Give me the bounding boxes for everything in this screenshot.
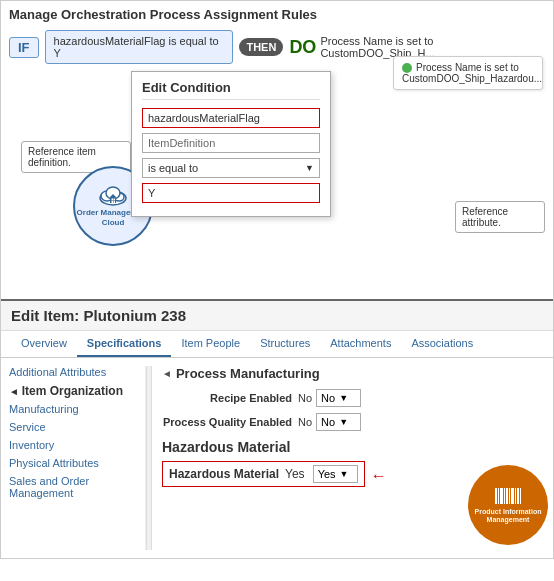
recipe-chevron-down-icon: ▼ (339, 393, 348, 403)
svg-rect-12 (500, 488, 503, 504)
svg-rect-17 (515, 488, 516, 504)
recipe-select[interactable]: No ▼ (316, 389, 361, 407)
bottom-section: Edit Item: Plutonium 238 Overview Specif… (1, 301, 553, 558)
svg-rect-13 (504, 488, 505, 504)
sidebar-section-item-org: Item Organization (9, 384, 137, 398)
item-title: Edit Item: Plutonium 238 (11, 307, 186, 324)
recipe-enabled-row: Recipe Enabled No No ▼ (162, 389, 543, 407)
top-section: Manage Orchestration Process Assignment … (1, 1, 553, 301)
hazardous-value: Yes (285, 467, 305, 481)
quality-label: Process Quality Enabled (162, 416, 292, 428)
tab-structures[interactable]: Structures (250, 331, 320, 357)
quality-chevron-down-icon: ▼ (339, 417, 348, 427)
process-name-callout: Process Name is set to CustomDOO_Ship_Ha… (393, 56, 543, 90)
main-container: Manage Orchestration Process Assignment … (0, 0, 554, 559)
svg-rect-10 (495, 488, 497, 504)
svg-rect-19 (520, 488, 521, 504)
ref-attribute-callout: Reference attribute. (455, 201, 545, 233)
svg-rect-8 (114, 201, 116, 204)
svg-rect-18 (517, 488, 519, 504)
quality-value: No (298, 416, 312, 428)
if-badge: IF (9, 37, 39, 58)
svg-rect-5 (112, 199, 114, 201)
hazardous-select[interactable]: Yes ▼ (313, 465, 358, 483)
condition-field4[interactable]: Y (142, 183, 320, 203)
edit-condition-modal: Edit Condition hazardousMaterialFlag Ite… (131, 71, 331, 217)
condition-field2: ItemDefinition (142, 133, 320, 153)
sidebar-link-sales-order[interactable]: Sales and Order Management (9, 475, 137, 499)
page-title: Manage Orchestration Process Assignment … (9, 7, 545, 22)
svg-rect-16 (511, 488, 514, 504)
pim-label: Product Information Management (468, 508, 548, 525)
sidebar-link-physical-attributes[interactable]: Physical Attributes (9, 457, 137, 469)
item-title-bar: Edit Item: Plutonium 238 (1, 301, 553, 331)
then-badge: THEN (239, 38, 283, 56)
tab-associations[interactable]: Associations (401, 331, 483, 357)
tab-overview[interactable]: Overview (11, 331, 77, 357)
svg-rect-6 (114, 199, 116, 201)
chevron-down-icon: ▼ (305, 163, 314, 173)
sidebar-link-manufacturing[interactable]: Manufacturing (9, 403, 137, 415)
tab-item-people[interactable]: Item People (171, 331, 250, 357)
recipe-value: No (298, 392, 312, 404)
condition-field3[interactable]: is equal to ▼ (142, 158, 320, 178)
hazardous-field-box: Hazardous Material Yes Yes ▼ (162, 461, 365, 487)
svg-rect-7 (112, 201, 114, 204)
sidebar-link-service[interactable]: Service (9, 421, 137, 433)
condition-field1[interactable]: hazardousMaterialFlag (142, 108, 320, 128)
condition-box: hazardousMaterialFlag is equal to Y (45, 30, 234, 64)
barcode-icon (493, 486, 523, 506)
cloud-icon (97, 184, 129, 206)
tab-attachments[interactable]: Attachments (320, 331, 401, 357)
svg-rect-11 (498, 488, 499, 504)
sidebar-link-inventory[interactable]: Inventory (9, 439, 137, 451)
quality-select[interactable]: No ▼ (316, 413, 361, 431)
right-content: Process Manufacturing Recipe Enabled No … (152, 366, 553, 550)
pim-circle: Product Information Management (468, 465, 548, 545)
left-sidebar: Additional Attributes Item Organization … (1, 366, 146, 550)
arrow-left-icon: ← (371, 467, 387, 485)
sidebar-link-additional-attributes[interactable]: Additional Attributes (9, 366, 137, 378)
quality-enabled-row: Process Quality Enabled No No ▼ (162, 413, 543, 431)
recipe-label: Recipe Enabled (162, 392, 292, 404)
tab-specifications[interactable]: Specifications (77, 331, 172, 357)
tabs-bar: Overview Specifications Item People Stru… (1, 331, 553, 358)
do-badge: DO (289, 37, 316, 58)
content-area: Additional Attributes Item Organization … (1, 358, 553, 558)
hazardous-chevron-down-icon: ▼ (340, 469, 349, 479)
hazardous-label: Hazardous Material (169, 467, 279, 481)
svg-rect-15 (509, 488, 510, 504)
modal-title: Edit Condition (142, 80, 320, 100)
process-manufacturing-header: Process Manufacturing (162, 366, 543, 381)
hazardous-material-title: Hazardous Material (162, 439, 543, 455)
svg-rect-14 (506, 488, 508, 504)
